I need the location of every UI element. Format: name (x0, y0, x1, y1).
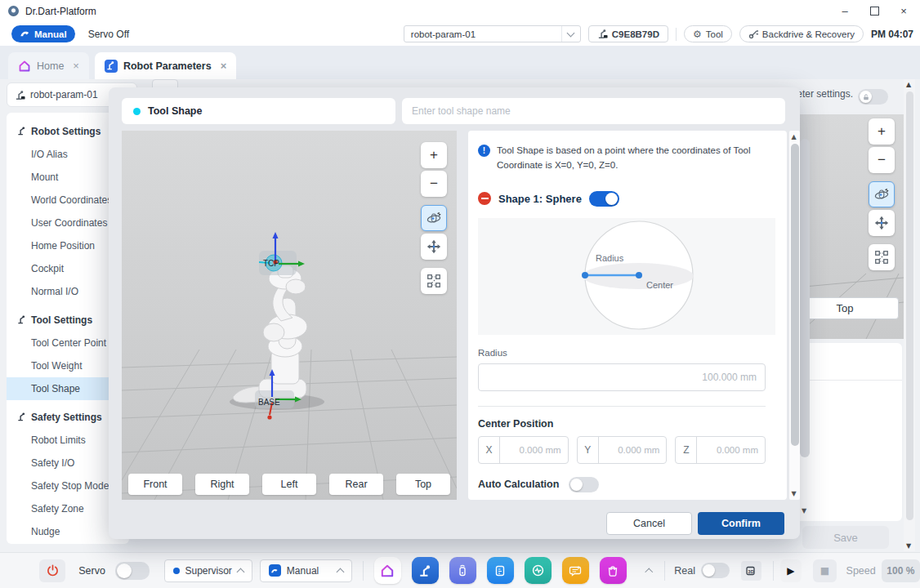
tool-button[interactable]: ⚙ Tool (684, 25, 732, 42)
bg-zoom-out-button[interactable]: − (869, 147, 895, 173)
tool-shape-name-input[interactable] (402, 98, 785, 124)
dock-monitoring-icon[interactable] (525, 557, 552, 584)
dock-store-icon[interactable] (600, 557, 627, 584)
main-scrollbar-thumb[interactable] (906, 91, 913, 520)
dock-robot-arm-icon[interactable] (412, 557, 439, 584)
role-select[interactable]: Supervisor (164, 559, 252, 582)
remove-shape-button[interactable] (478, 192, 491, 205)
diagram-radius-label: Radius (596, 253, 623, 263)
param-select-value: robot-param-01 (404, 29, 561, 39)
dock-message-icon[interactable] (562, 557, 589, 584)
safety-settings-icon (17, 412, 26, 421)
toolbar-divider (676, 28, 677, 41)
scroll-down-icon[interactable]: ▼ (792, 490, 797, 497)
background-scrollbar[interactable]: ▼ (800, 131, 810, 514)
mode-select[interactable]: Manual (260, 559, 352, 582)
simulation-3d-button[interactable]: 3D (741, 561, 761, 581)
shape-enable-toggle[interactable] (589, 191, 619, 207)
measure-icon (873, 249, 890, 265)
mode-button[interactable]: Manual (11, 25, 75, 42)
stop-button[interactable]: ■ (813, 559, 836, 582)
pan-button[interactable] (421, 234, 447, 260)
radius-field-label: Radius (478, 348, 772, 358)
settings-lock-toggle[interactable] (858, 89, 888, 105)
measure-button[interactable] (421, 268, 447, 294)
tab-home-close-icon[interactable]: × (73, 60, 79, 72)
manual-mode-icon (269, 564, 281, 577)
power-icon (47, 564, 59, 577)
minimize-button[interactable]: – (830, 0, 860, 21)
home-icon (18, 60, 31, 73)
auto-calculation-label: Auto Calculation (478, 479, 559, 490)
tab-home[interactable]: Home × (8, 52, 89, 79)
confirm-button[interactable]: Confirm (698, 512, 784, 535)
view-left-button[interactable]: Left (262, 474, 316, 495)
info-text: Tool Shape is based on a point where the… (497, 144, 766, 173)
close-button[interactable]: × (889, 0, 918, 21)
view-rear-button[interactable]: Rear (329, 474, 383, 495)
tab-bar: Home × Robot Parameters × (0, 46, 920, 79)
panel-scrollbar[interactable]: ▲ ▼ (789, 131, 800, 500)
orbit-icon (426, 210, 442, 226)
maximize-button[interactable] (860, 0, 889, 21)
zoom-out-button[interactable]: − (421, 171, 447, 197)
servo-toggle[interactable] (115, 562, 150, 580)
bg-pan-button[interactable] (869, 210, 895, 236)
zoom-in-button[interactable]: + (421, 142, 447, 168)
save-button[interactable]: Save (802, 526, 889, 549)
dock-code-editor-icon[interactable] (487, 557, 514, 584)
dialog-3d-viewport[interactable]: TCP BASE + − (122, 131, 457, 500)
view-right-button[interactable]: Right (195, 474, 249, 495)
servo-label: Servo (78, 565, 105, 577)
orbit-button[interactable] (421, 205, 447, 231)
scroll-down-icon[interactable]: ▼ (802, 507, 806, 514)
auto-calculation-toggle[interactable] (569, 477, 599, 492)
shape-label: Shape 1: Sphere (498, 193, 582, 205)
backdrive-recovery-button[interactable]: Backdrive & Recovery (739, 25, 864, 42)
base-label: BASE (258, 398, 280, 407)
param-select[interactable]: robot-param-01 (404, 25, 581, 42)
real-toggle[interactable] (701, 563, 730, 578)
play-button[interactable]: ▶ (780, 559, 802, 582)
tab-robot-parameters-close-icon[interactable]: × (221, 60, 227, 72)
center-z-input[interactable]: Z 0.000 mm (675, 436, 766, 464)
shape-settings-panel: ! Tool Shape is based on a point where t… (468, 131, 787, 500)
background-scrollbar-thumb[interactable] (800, 139, 810, 457)
radius-input[interactable]: 100.000 mm (478, 363, 766, 391)
scroll-up-icon[interactable]: ▲ (792, 133, 797, 140)
panel-scrollbar-thumb[interactable] (791, 144, 799, 446)
speed-value[interactable]: 100 % (882, 559, 920, 582)
robot-param-icon (15, 90, 25, 100)
cancel-button[interactable]: Cancel (606, 512, 692, 535)
scroll-down-icon[interactable]: ▼ (906, 542, 911, 550)
dock-home-icon[interactable] (374, 557, 401, 584)
view-top-button[interactable]: Top (396, 474, 450, 495)
stop-icon: ■ (820, 565, 829, 577)
orbit-icon (873, 186, 890, 203)
tcp-label: TCP (263, 259, 279, 268)
clock: PM 04:07 (871, 29, 913, 40)
dock-teach-pendant-icon[interactable] (449, 557, 476, 584)
bg-zoom-in-button[interactable]: + (869, 118, 895, 145)
statusbar-divider (664, 561, 665, 581)
dialog-title: Tool Shape (122, 98, 395, 124)
view-front-button[interactable]: Front (128, 474, 182, 495)
center-y-input[interactable]: Y 0.000 mm (577, 436, 668, 464)
tab-robot-parameters[interactable]: Robot Parameters × (95, 52, 236, 79)
bg-measure-button[interactable] (869, 244, 895, 270)
bg-orbit-button[interactable] (869, 181, 895, 207)
section-divider (478, 406, 766, 407)
power-button[interactable] (39, 559, 65, 582)
dock-expand-icon[interactable] (645, 568, 653, 576)
manual-mode-icon (20, 29, 30, 39)
robot-id-button[interactable]: C9E8B79D (588, 25, 668, 42)
toolbar: Manual Servo Off robot-param-01 C9E8B79D… (0, 22, 920, 47)
statusbar-divider (363, 561, 364, 581)
center-x-input[interactable]: X 0.000 mm (478, 436, 569, 464)
diagram-center-label: Center (646, 280, 673, 290)
backdrive-icon (748, 29, 758, 39)
main-scrollbar[interactable]: ▲ ▼ (904, 79, 915, 551)
tool-settings-icon (17, 315, 26, 324)
scroll-up-icon[interactable]: ▲ (906, 81, 911, 88)
role-status-dot (173, 568, 180, 574)
